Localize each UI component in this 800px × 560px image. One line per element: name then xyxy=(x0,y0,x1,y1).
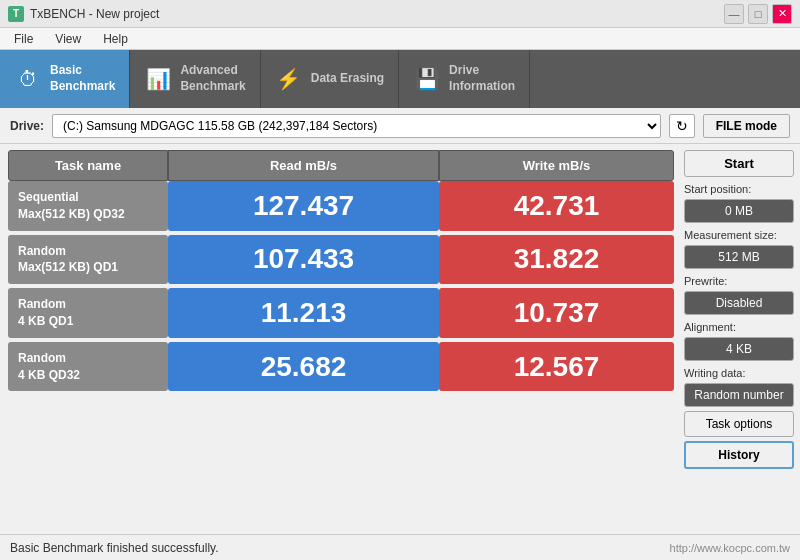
drive-label: Drive: xyxy=(10,119,44,133)
table-row: SequentialMax(512 KB) QD32127.43742.731 xyxy=(8,181,674,231)
menu-view[interactable]: View xyxy=(45,30,91,48)
tab-basic-benchmark[interactable]: ⏱ BasicBenchmark xyxy=(0,50,130,108)
maximize-button[interactable]: □ xyxy=(748,4,768,24)
task-cell: Random4 KB QD1 xyxy=(8,288,168,338)
window-title: TxBENCH - New project xyxy=(30,7,724,21)
drive-row: Drive: (C:) Samsung MDGAGC 115.58 GB (24… xyxy=(0,108,800,144)
task-cell: Random4 KB QD32 xyxy=(8,342,168,392)
table-row: RandomMax(512 KB) QD1107.43331.822 xyxy=(8,235,674,285)
toolbar: ⏱ BasicBenchmark 📊 AdvancedBenchmark ⚡ D… xyxy=(0,50,800,108)
table-area: Task name Read mB/s Write mB/s Sequentia… xyxy=(0,144,680,534)
main-content: Task name Read mB/s Write mB/s Sequentia… xyxy=(0,144,800,534)
app-icon: T xyxy=(8,6,24,22)
start-position-label: Start position: xyxy=(684,183,794,195)
drive-refresh-button[interactable]: ↻ xyxy=(669,114,695,138)
table-row: Random4 KB QD111.21310.737 xyxy=(8,288,674,338)
close-button[interactable]: ✕ xyxy=(772,4,792,24)
write-cell: 10.737 xyxy=(439,288,674,338)
measurement-size-label: Measurement size: xyxy=(684,229,794,241)
drive-information-icon: 💾 xyxy=(413,65,441,93)
write-cell: 12.567 xyxy=(439,342,674,392)
history-button[interactable]: History xyxy=(684,441,794,469)
prewrite-value: Disabled xyxy=(684,291,794,315)
col-write: Write mB/s xyxy=(439,150,674,181)
tab-advanced-benchmark[interactable]: 📊 AdvancedBenchmark xyxy=(130,50,260,108)
alignment-value: 4 KB xyxy=(684,337,794,361)
status-bar: Basic Benchmark finished successfully. h… xyxy=(0,534,800,560)
status-text: Basic Benchmark finished successfully. xyxy=(10,541,219,555)
task-options-button[interactable]: Task options xyxy=(684,411,794,437)
data-erasing-icon: ⚡ xyxy=(275,65,303,93)
menu-bar: File View Help xyxy=(0,28,800,50)
measurement-size-value: 512 MB xyxy=(684,245,794,269)
task-cell: SequentialMax(512 KB) QD32 xyxy=(8,181,168,231)
right-panel: Start Start position: 0 MB Measurement s… xyxy=(680,144,800,534)
write-cell: 31.822 xyxy=(439,235,674,285)
read-cell: 25.682 xyxy=(168,342,439,392)
benchmark-table: Task name Read mB/s Write mB/s Sequentia… xyxy=(8,150,674,391)
alignment-label: Alignment: xyxy=(684,321,794,333)
writing-data-value: Random number xyxy=(684,383,794,407)
read-cell: 127.437 xyxy=(168,181,439,231)
tab-data-erasing[interactable]: ⚡ Data Erasing xyxy=(261,50,399,108)
menu-file[interactable]: File xyxy=(4,30,43,48)
tab-drive-information[interactable]: 💾 DriveInformation xyxy=(399,50,530,108)
basic-benchmark-icon: ⏱ xyxy=(14,65,42,93)
data-erasing-label: Data Erasing xyxy=(311,71,384,87)
task-cell: RandomMax(512 KB) QD1 xyxy=(8,235,168,285)
write-cell: 42.731 xyxy=(439,181,674,231)
drive-select[interactable]: (C:) Samsung MDGAGC 115.58 GB (242,397,1… xyxy=(52,114,661,138)
prewrite-label: Prewrite: xyxy=(684,275,794,287)
start-button[interactable]: Start xyxy=(684,150,794,177)
minimize-button[interactable]: — xyxy=(724,4,744,24)
file-mode-button[interactable]: FILE mode xyxy=(703,114,790,138)
writing-data-label: Writing data: xyxy=(684,367,794,379)
advanced-benchmark-icon: 📊 xyxy=(144,65,172,93)
title-bar: T TxBENCH - New project — □ ✕ xyxy=(0,0,800,28)
advanced-benchmark-label: AdvancedBenchmark xyxy=(180,63,245,94)
table-row: Random4 KB QD3225.68212.567 xyxy=(8,342,674,392)
col-task-name: Task name xyxy=(8,150,168,181)
read-cell: 11.213 xyxy=(168,288,439,338)
window-controls: — □ ✕ xyxy=(724,4,792,24)
drive-information-label: DriveInformation xyxy=(449,63,515,94)
menu-help[interactable]: Help xyxy=(93,30,138,48)
read-cell: 107.433 xyxy=(168,235,439,285)
basic-benchmark-label: BasicBenchmark xyxy=(50,63,115,94)
status-url: http://www.kocpc.com.tw xyxy=(670,542,790,554)
col-read: Read mB/s xyxy=(168,150,439,181)
start-position-value: 0 MB xyxy=(684,199,794,223)
